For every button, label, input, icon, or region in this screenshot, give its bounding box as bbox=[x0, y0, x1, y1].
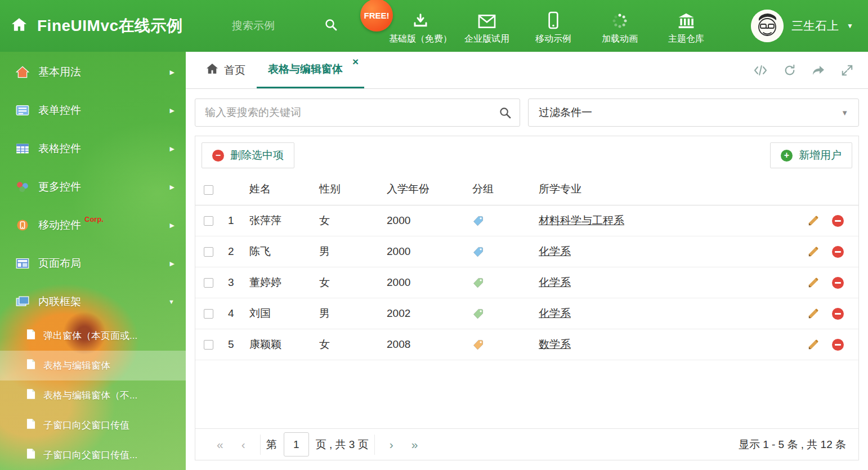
major-link[interactable]: 数学系 bbox=[539, 338, 571, 350]
tab-home[interactable]: 首页 bbox=[195, 52, 257, 88]
row-number: 2 bbox=[223, 236, 249, 267]
table-search-input[interactable] bbox=[195, 99, 520, 127]
sidebar-item-inline-frame[interactable]: 内联框架 ▼ bbox=[0, 283, 186, 321]
gender-header: 性别 bbox=[319, 174, 387, 205]
table-search bbox=[195, 99, 520, 127]
delete-row-icon[interactable] bbox=[832, 308, 844, 320]
sidebar-item-label: 移动控件 bbox=[38, 218, 81, 232]
row-checkbox[interactable] bbox=[204, 340, 213, 350]
sidebar-subitem-label: 子窗口向父窗口传值... bbox=[43, 449, 137, 462]
row-checkbox[interactable] bbox=[204, 278, 213, 288]
cell-gender: 男 bbox=[319, 236, 387, 267]
expand-icon[interactable] bbox=[841, 64, 853, 77]
user-name: 三生石上 bbox=[791, 18, 839, 34]
nav-item-theme-store[interactable]: 主题仓库 bbox=[653, 7, 719, 45]
add-user-button[interactable]: + 新增用户 bbox=[770, 142, 852, 168]
header-search-input[interactable] bbox=[232, 20, 316, 32]
delete-row-icon[interactable] bbox=[832, 277, 844, 289]
edit-pencil-icon[interactable] bbox=[807, 308, 819, 320]
sidebar-subitem-popup-window[interactable]: 弹出窗体（本页面或... bbox=[0, 321, 186, 351]
pagination-bar: « ‹ 第 页 , 共 3 页 › » 显示 1 - 5 条 , 共 12 条 bbox=[195, 428, 858, 460]
edit-pencil-icon[interactable] bbox=[807, 339, 819, 351]
sidebar-item-mobile-controls[interactable]: 移动控件 Corp. ▶ bbox=[0, 206, 186, 244]
file-icon bbox=[26, 448, 36, 462]
sidebar-subitem-grid-edit-window-2[interactable]: 表格与编辑窗体（不... bbox=[0, 381, 186, 410]
filter-dropdown[interactable]: 过滤条件一 ▼ bbox=[528, 99, 859, 127]
user-menu[interactable]: 三生石上 ▼ bbox=[751, 10, 853, 42]
major-link[interactable]: 化学系 bbox=[539, 307, 571, 319]
close-icon[interactable]: × bbox=[352, 56, 359, 68]
header-nav: FREE! 基础版（免费） 企业版试用 移动示例 bbox=[387, 7, 719, 45]
delete-row-icon[interactable] bbox=[832, 246, 844, 258]
cell-year: 2000 bbox=[387, 236, 472, 267]
cell-name: 董婷婷 bbox=[249, 267, 319, 298]
corp-badge: Corp. bbox=[84, 215, 104, 223]
row-checkbox[interactable] bbox=[204, 309, 213, 319]
sidebar-subitem-grid-edit-window[interactable]: 表格与编辑窗体 bbox=[0, 351, 186, 381]
delete-row-icon[interactable] bbox=[832, 215, 844, 227]
row-number-header bbox=[223, 174, 249, 205]
delete-row-icon[interactable] bbox=[832, 339, 844, 351]
sidebar-item-basic-usage[interactable]: 基本用法 ▶ bbox=[0, 53, 186, 91]
sidebar-item-label: 页面布局 bbox=[38, 256, 81, 271]
edit-pencil-icon[interactable] bbox=[807, 215, 819, 227]
first-page-button[interactable]: « bbox=[208, 438, 232, 451]
sidebar-item-grid-controls[interactable]: 表格控件 ▶ bbox=[0, 129, 186, 168]
nav-item-label: 基础版（免费） bbox=[387, 33, 454, 45]
row-checkbox[interactable] bbox=[204, 247, 213, 257]
row-number: 3 bbox=[223, 267, 249, 298]
tag-icon bbox=[472, 246, 484, 258]
cell-name: 康颖颖 bbox=[249, 329, 319, 360]
tab-label: 表格与编辑窗体 bbox=[268, 62, 343, 77]
prev-page-button[interactable]: ‹ bbox=[232, 438, 254, 451]
code-icon[interactable] bbox=[753, 65, 768, 76]
form-icon bbox=[16, 104, 29, 117]
table-icon bbox=[16, 142, 29, 155]
last-page-button[interactable]: » bbox=[402, 438, 427, 451]
refresh-icon[interactable] bbox=[784, 64, 796, 77]
add-user-label: 新增用户 bbox=[799, 148, 842, 163]
sidebar-subitem-label: 表格与编辑窗体（不... bbox=[43, 389, 137, 402]
search-icon[interactable] bbox=[499, 106, 512, 122]
page-number-input[interactable] bbox=[284, 432, 309, 456]
sidebar-subitem-label: 子窗口向父窗口传值 bbox=[43, 419, 129, 432]
row-checkbox[interactable] bbox=[204, 216, 213, 226]
nav-item-mobile-demo[interactable]: 移动示例 bbox=[520, 7, 587, 45]
search-icon[interactable] bbox=[324, 18, 338, 34]
file-icon bbox=[26, 388, 36, 402]
spinner-icon bbox=[587, 9, 653, 29]
next-page-button[interactable]: › bbox=[381, 438, 402, 451]
nav-item-enterprise-trial[interactable]: 企业版试用 bbox=[454, 7, 520, 45]
delete-selected-button[interactable]: − 删除选中项 bbox=[202, 142, 294, 168]
chevron-right-icon: ▶ bbox=[170, 69, 175, 76]
caret-down-icon: ▼ bbox=[841, 109, 848, 117]
caret-down-icon: ▼ bbox=[847, 22, 853, 30]
select-all-checkbox[interactable] bbox=[204, 185, 213, 195]
sidebar-item-more-controls[interactable]: 更多控件 ▶ bbox=[0, 168, 186, 206]
edit-pencil-icon[interactable] bbox=[807, 246, 819, 258]
sidebar-subitem-child-to-parent-2[interactable]: 子窗口向父窗口传值... bbox=[0, 440, 186, 470]
sidebar-subitem-child-to-parent[interactable]: 子窗口向父窗口传值 bbox=[0, 410, 186, 440]
share-icon[interactable] bbox=[812, 65, 825, 76]
house-icon bbox=[16, 66, 29, 78]
nav-item-loading-animations[interactable]: 加载动画 bbox=[587, 7, 653, 45]
major-link[interactable]: 材料科学与工程系 bbox=[539, 214, 624, 226]
cell-name: 陈飞 bbox=[249, 236, 319, 267]
table-row: 3 董婷婷 女 2000 化学系 bbox=[195, 267, 858, 298]
sidebar-item-label: 表单控件 bbox=[38, 103, 81, 118]
nav-item-basic-free[interactable]: FREE! 基础版（免费） bbox=[387, 7, 454, 45]
sidebar-item-page-layout[interactable]: 页面布局 ▶ bbox=[0, 244, 186, 283]
table-row: 5 康颖颖 女 2008 数学系 bbox=[195, 329, 858, 360]
mobile-control-icon bbox=[16, 219, 29, 231]
sidebar-item-form-controls[interactable]: 表单控件 ▶ bbox=[0, 91, 186, 129]
sidebar-subitem-label: 弹出窗体（本页面或... bbox=[43, 329, 137, 342]
tab-tools bbox=[753, 52, 868, 88]
cell-year: 2008 bbox=[387, 329, 472, 360]
cell-gender: 男 bbox=[319, 298, 387, 329]
tab-label: 首页 bbox=[224, 63, 245, 78]
tab-grid-edit-window[interactable]: 表格与编辑窗体 × bbox=[257, 52, 364, 88]
major-link[interactable]: 化学系 bbox=[539, 245, 571, 257]
edit-pencil-icon[interactable] bbox=[807, 277, 819, 289]
brand[interactable]: FineUIMvc在线示例 bbox=[0, 15, 232, 37]
major-link[interactable]: 化学系 bbox=[539, 276, 571, 288]
